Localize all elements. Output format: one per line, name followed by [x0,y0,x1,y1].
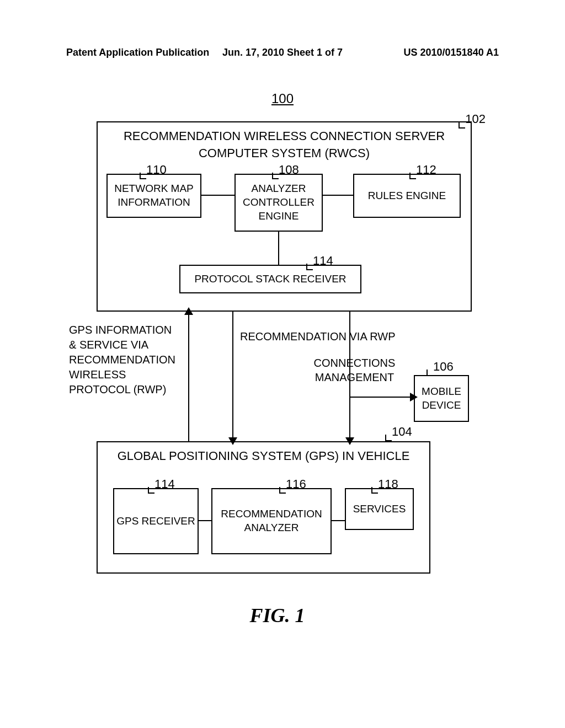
connector-line [350,397,414,398]
connector-line [349,312,350,441]
ref-106-text: 106 [433,360,454,373]
connector-line [332,520,345,521]
network-map-box: NETWORK MAP INFORMATION [106,174,201,218]
recommendation-label: RECOMMENDATION VIA RWP [240,329,396,344]
connector-line [232,312,233,441]
rules-engine-box: RULES ENGINE [353,174,461,218]
gps-title: GLOBAL POSITIONING SYSTEM (GPS) IN VEHIC… [98,449,429,463]
protocol-stack-box: PROTOCOL STACK RECEIVER [179,265,361,293]
recommendation-analyzer-box: RECOMMENDATION ANALYZER [211,488,332,554]
ref-106: 106 [433,360,454,374]
page-header: Patent Application Publication Jun. 17, … [0,47,565,58]
rwcs-title-line1: RECOMMENDATION WIRELESS CONNECTION SERVE… [98,128,471,145]
header-date-sheet: Jun. 17, 2010 Sheet 1 of 7 [222,47,343,58]
connector-line [188,312,189,441]
rwcs-title: RECOMMENDATION WIRELESS CONNECTION SERVE… [98,128,471,162]
services-box: SERVICES [345,488,414,530]
connector-line [323,195,353,196]
connections-label: CONNECTIONS MANAGEMENT [306,356,403,384]
rwcs-title-line2: COMPUTER SYSTEM (RWCS) [98,145,471,162]
ref-104-text: 104 [392,425,412,438]
arrow-right-icon [410,393,418,402]
arrow-up-icon [184,307,193,315]
connector-line [201,195,234,196]
mobile-device-box: MOBILE DEVICE [414,375,469,422]
figure-caption: FIG. 1 [249,604,305,627]
header-publication: Patent Application Publication [66,47,209,58]
ref-104: 104 [392,425,412,439]
analyzer-controller-box: ANALYZER CONTROLLER ENGINE [234,174,323,232]
connector-line [199,520,211,521]
gps-receiver-box: GPS RECEIVER [113,488,199,554]
gps-info-label: GPS INFORMATION & SERVICE VIA RECOMMENDA… [69,323,179,397]
connector-line [278,232,279,265]
header-pubnum: US 2010/0151840 A1 [404,47,499,58]
figure-number: 100 [271,91,294,106]
